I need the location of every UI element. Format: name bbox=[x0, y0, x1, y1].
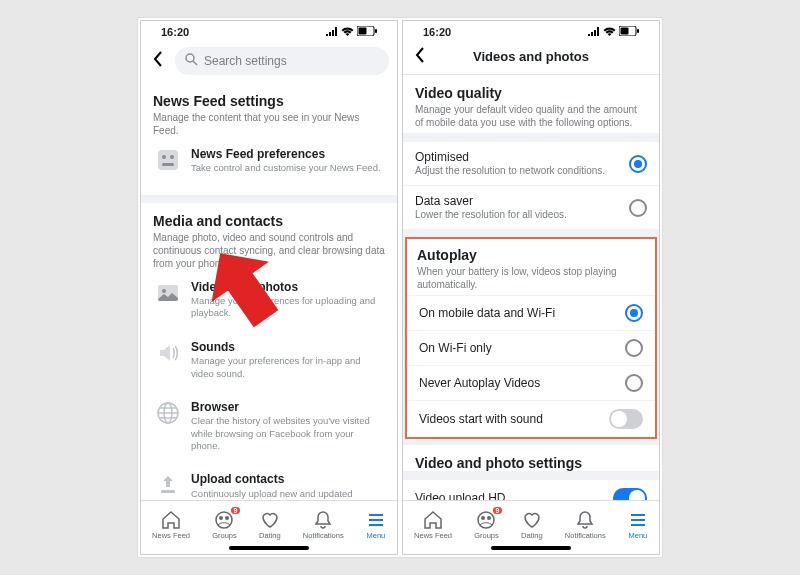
row-newsfeed-prefs[interactable]: News Feed preferences Take control and c… bbox=[153, 137, 385, 185]
option-label: Data saver bbox=[415, 194, 567, 208]
row-title: Sounds bbox=[191, 340, 383, 354]
row-autoplay-wifi-only[interactable]: On Wi-Fi only bbox=[407, 330, 655, 365]
nav-notifications[interactable]: Notifications bbox=[303, 510, 344, 540]
section-media-contacts: Media and contacts Manage photo, video a… bbox=[141, 203, 397, 500]
toggle-off[interactable] bbox=[609, 409, 643, 429]
row-videos-sound[interactable]: Videos start with sound bbox=[407, 400, 655, 437]
nav-newsfeed[interactable]: News Feed bbox=[152, 510, 190, 540]
row-upload-contacts[interactable]: Upload contacts Continuously upload new … bbox=[153, 462, 385, 500]
home-icon bbox=[423, 510, 443, 530]
heart-icon bbox=[522, 510, 542, 530]
radio-selected[interactable] bbox=[629, 155, 647, 173]
section-video-photo-settings: Video and photo settings bbox=[403, 445, 659, 471]
row-autoplay-never[interactable]: Never Autoplay Videos bbox=[407, 365, 655, 400]
signal-icon bbox=[326, 26, 338, 38]
row-subtitle: Take control and customise your News Fee… bbox=[191, 162, 383, 174]
row-optimised[interactable]: Optimised Adjust the resolution to netwo… bbox=[403, 141, 659, 185]
nav-menu[interactable]: Menu bbox=[628, 510, 648, 540]
groups-badge: 9 bbox=[493, 507, 503, 514]
nav-newsfeed[interactable]: News Feed bbox=[414, 510, 452, 540]
svg-rect-17 bbox=[621, 28, 629, 35]
home-indicator bbox=[491, 546, 571, 550]
row-data-saver[interactable]: Data saver Lower the resolution for all … bbox=[403, 185, 659, 229]
wifi-icon bbox=[341, 26, 354, 38]
svg-point-6 bbox=[170, 155, 174, 159]
row-sounds[interactable]: Sounds Manage your preferences for in-ap… bbox=[153, 330, 385, 390]
page-header: Videos and photos bbox=[403, 43, 659, 75]
nav-menu[interactable]: Menu bbox=[366, 510, 386, 540]
content: Video quality Manage your default video … bbox=[403, 75, 659, 500]
status-bar: 16:20 bbox=[141, 21, 397, 43]
option-label: Never Autoplay Videos bbox=[419, 376, 540, 390]
nav-notifications[interactable]: Notifications bbox=[565, 510, 606, 540]
row-subtitle: Manage your preferences for uploading an… bbox=[191, 295, 383, 320]
signal-icon bbox=[588, 26, 600, 38]
menu-icon bbox=[628, 510, 648, 530]
svg-point-21 bbox=[487, 516, 491, 520]
radio-unselected[interactable] bbox=[625, 339, 643, 357]
phone-videos-photos: 16:20 Videos and photos Video quality Ma… bbox=[402, 20, 660, 555]
nav-groups[interactable]: 9 Groups bbox=[212, 510, 237, 540]
section-subtitle: When your battery is low, videos stop pl… bbox=[417, 265, 645, 291]
nav-dating[interactable]: Dating bbox=[259, 510, 281, 540]
svg-rect-7 bbox=[162, 163, 174, 166]
status-time: 16:20 bbox=[161, 26, 189, 38]
option-label: On mobile data and Wi-Fi bbox=[419, 306, 555, 320]
search-placeholder: Search settings bbox=[204, 54, 287, 68]
section-subtitle: Manage the content that you see in your … bbox=[153, 111, 385, 137]
battery-icon bbox=[357, 26, 377, 38]
sound-icon bbox=[155, 340, 181, 366]
bell-icon bbox=[575, 510, 595, 530]
svg-point-9 bbox=[162, 289, 166, 293]
toggle-on[interactable] bbox=[613, 488, 647, 500]
home-icon bbox=[161, 510, 181, 530]
home-indicator bbox=[229, 546, 309, 550]
row-autoplay-mobile-wifi[interactable]: On mobile data and Wi-Fi bbox=[407, 295, 655, 330]
row-browser[interactable]: Browser Clear the history of websites yo… bbox=[153, 390, 385, 462]
bell-icon bbox=[313, 510, 333, 530]
svg-point-19 bbox=[478, 512, 494, 528]
nav-groups[interactable]: 9 Groups bbox=[474, 510, 499, 540]
section-title: Video quality bbox=[415, 85, 647, 101]
option-label: Video upload HD bbox=[415, 491, 506, 500]
section-title: Media and contacts bbox=[153, 213, 385, 229]
row-videos-photos[interactable]: Videos and photos Manage your preference… bbox=[153, 270, 385, 330]
section-title: Autoplay bbox=[417, 247, 645, 263]
status-icons bbox=[326, 26, 377, 38]
radio-selected[interactable] bbox=[625, 304, 643, 322]
radio-unselected[interactable] bbox=[629, 199, 647, 217]
svg-point-3 bbox=[186, 54, 194, 62]
svg-rect-1 bbox=[359, 28, 367, 35]
photo-icon bbox=[155, 280, 181, 306]
svg-rect-4 bbox=[158, 150, 178, 170]
page-title: Videos and photos bbox=[473, 49, 589, 64]
groups-badge: 9 bbox=[231, 507, 241, 514]
row-title: News Feed preferences bbox=[191, 147, 383, 161]
section-subtitle: Manage photo, video and sound controls a… bbox=[153, 231, 385, 270]
status-icons bbox=[588, 26, 639, 38]
svg-rect-18 bbox=[637, 29, 639, 33]
section-subtitle: Manage your default video quality and th… bbox=[415, 103, 647, 129]
battery-icon bbox=[619, 26, 639, 38]
back-button[interactable] bbox=[411, 47, 429, 68]
row-title: Upload contacts bbox=[191, 472, 383, 486]
menu-icon bbox=[366, 510, 386, 530]
svg-point-5 bbox=[162, 155, 166, 159]
nav-dating[interactable]: Dating bbox=[521, 510, 543, 540]
globe-icon bbox=[155, 400, 181, 426]
header-search-bar: Search settings bbox=[141, 43, 397, 83]
autoplay-highlight: Autoplay When your battery is low, video… bbox=[405, 237, 657, 439]
section-newsfeed: News Feed settings Manage the content th… bbox=[141, 83, 397, 195]
groups-icon: 9 bbox=[214, 510, 234, 530]
content: News Feed settings Manage the content th… bbox=[141, 83, 397, 500]
svg-point-14 bbox=[219, 516, 223, 520]
svg-point-13 bbox=[216, 512, 232, 528]
row-subtitle: Manage your preferences for in-app and v… bbox=[191, 355, 383, 380]
row-video-upload-hd[interactable]: Video upload HD bbox=[403, 479, 659, 500]
option-label: Videos start with sound bbox=[419, 412, 543, 426]
phone-settings: 16:20 Search settings News Feed settings bbox=[140, 20, 398, 555]
search-input[interactable]: Search settings bbox=[175, 47, 389, 75]
back-button[interactable] bbox=[149, 51, 167, 72]
radio-unselected[interactable] bbox=[625, 374, 643, 392]
section-video-quality: Video quality Manage your default video … bbox=[403, 75, 659, 133]
